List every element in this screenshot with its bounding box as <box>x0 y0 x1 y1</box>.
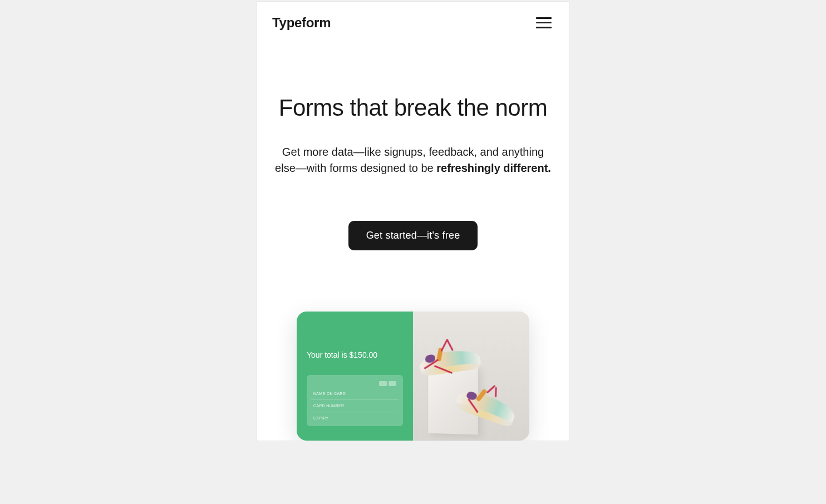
site-header: Typeform <box>257 2 569 44</box>
typeform-logo[interactable]: Typeform <box>272 15 331 31</box>
expiry-label: EXPIRY <box>313 416 328 420</box>
demo-product-image <box>413 312 529 441</box>
demo-form-panel: Your total is $150.00 NAME ON CARD <box>297 312 413 441</box>
payment-form: NAME ON CARD CARD NUMBER EXPIRY <box>307 375 403 426</box>
demo-section: Your total is $150.00 NAME ON CARD <box>257 250 569 441</box>
hero-section: Forms that break the norm Get more data—… <box>257 44 569 250</box>
card-brand-icon <box>389 381 396 386</box>
get-started-button[interactable]: Get started—it's free <box>348 221 478 250</box>
hero-subtitle: Get more data—like signups, feedback, an… <box>272 144 554 176</box>
hero-subtitle-emphasis: refreshingly different. <box>436 162 551 174</box>
card-brand-icons <box>379 381 396 386</box>
name-on-card-field[interactable]: NAME ON CARD <box>311 390 399 397</box>
card-number-label: CARD NUMBER <box>313 404 344 408</box>
payment-card-icons-row <box>311 379 399 388</box>
name-on-card-label: NAME ON CARD <box>313 392 346 396</box>
card-number-field[interactable]: CARD NUMBER <box>311 402 399 409</box>
card-brand-icon <box>379 381 387 386</box>
demo-card: Your total is $150.00 NAME ON CARD <box>297 312 529 441</box>
total-amount-text: Your total is $150.00 <box>307 350 403 359</box>
menu-icon[interactable] <box>534 15 554 31</box>
mobile-viewport: Typeform Forms that break the norm Get m… <box>256 1 570 441</box>
expiry-field[interactable]: EXPIRY <box>311 414 399 422</box>
hero-title: Forms that break the norm <box>272 94 554 122</box>
